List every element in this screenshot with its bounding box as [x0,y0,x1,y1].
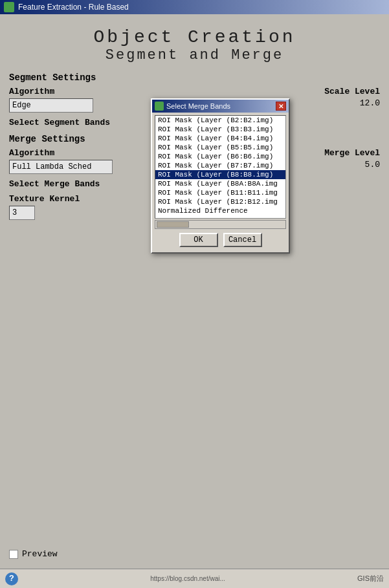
main-window: Object Creation Segment and Merge Segmen… [0,14,389,588]
select-merge-bands-dialog: Select Merge Bands ✕ ROI Mask (Layer (B2… [151,98,290,254]
list-item[interactable]: Normalized Difference [155,206,285,215]
list-item[interactable]: ROI Mask (Layer (B5:B5.img) [155,143,285,152]
footer-logo: GIS前沿 [357,574,384,583]
modal-body: ROI Mask (Layer (B2:B2.img)ROI Mask (Lay… [152,113,289,252]
preview-label: Preview [22,549,58,559]
list-item[interactable]: ROI Mask (Layer (B3:B3.img) [155,125,285,134]
list-item[interactable]: ROI Mask (Layer (B12:B12.img [155,197,285,206]
modal-title: Select Merge Bands [166,102,276,110]
modal-overlay: Select Merge Bands ✕ ROI Mask (Layer (B2… [0,14,389,588]
modal-icon [155,102,164,111]
window-title: Feature Extraction - Rule Based [18,3,129,12]
modal-buttons: OK Cancel [155,229,286,250]
app-icon [4,2,14,12]
bottom-bar: ? https://blog.csdn.net/wai... GIS前沿 [0,569,389,588]
preview-checkbox[interactable] [9,550,18,559]
preview-row: Preview [9,549,58,559]
list-item[interactable]: ROI Mask (Layer (B8A:B8A.img [155,179,285,188]
help-button[interactable]: ? [5,572,18,585]
modal-close-button[interactable]: ✕ [276,102,286,111]
hscroll-thumb [157,221,189,228]
list-item[interactable]: ROI Mask (Layer (B4:B4.img) [155,134,285,143]
list-item[interactable]: ROI Mask (Layer (B7:B7.img) [155,161,285,170]
list-item[interactable]: ROI Mask (Layer (B8:B8.img) [155,170,285,179]
bands-listbox[interactable]: ROI Mask (Layer (B2:B2.img)ROI Mask (Lay… [155,115,286,219]
modal-title-bar: Select Merge Bands ✕ [152,100,289,113]
ok-button[interactable]: OK [179,233,218,247]
list-item[interactable]: ROI Mask (Layer (B6:B6.img) [155,152,285,161]
title-bar: Feature Extraction - Rule Based [0,0,389,14]
cancel-button[interactable]: Cancel [223,233,262,247]
footer-url: https://blog.csdn.net/wai... [150,575,225,582]
horizontal-scrollbar[interactable] [155,220,286,229]
list-item[interactable]: ROI Mask (Layer (B2:B2.img) [155,116,285,125]
list-item[interactable]: ROI Mask (Layer (B11:B11.img [155,188,285,197]
